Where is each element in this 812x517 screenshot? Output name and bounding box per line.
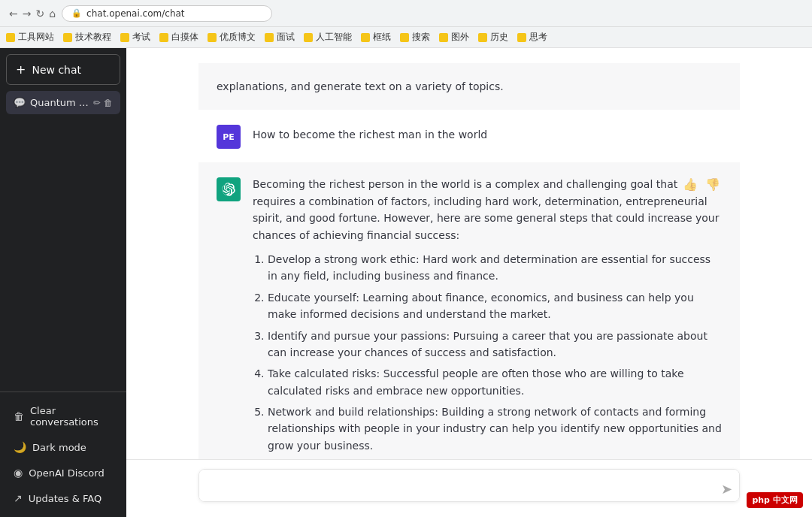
sidebar: + New chat 💬 Quantum Computing ✏ 🗑 🗑 Cle… xyxy=(0,48,126,517)
partial-ai-message: explanations, and generate text on a var… xyxy=(198,63,740,110)
bookmark-label: 思考 xyxy=(529,31,547,44)
partial-ai-text: explanations, and generate text on a var… xyxy=(217,80,504,92)
trash-icon: 🗑 xyxy=(14,410,24,422)
main-content: explanations, and generate text on a var… xyxy=(126,48,812,517)
list-item: Stay focused and disciplined: Success re… xyxy=(268,458,722,459)
dark-mode-button[interactable]: 🌙 Dark mode xyxy=(6,434,120,460)
ai-message: Becoming the richest person in the world… xyxy=(198,162,740,459)
app-container: + New chat 💬 Quantum Computing ✏ 🗑 🗑 Cle… xyxy=(0,48,812,517)
bookmark-outside[interactable]: 图外 xyxy=(439,31,469,44)
ai-steps-list: Develop a strong work ethic: Hard work a… xyxy=(268,251,722,459)
list-item: Network and build relationships: Buildin… xyxy=(268,404,722,454)
ai-message-content: Becoming the richest person in the world… xyxy=(253,176,722,459)
ai-avatar xyxy=(217,177,241,201)
bookmark-label: 优质博文 xyxy=(220,31,256,44)
php-secondary: 中文网 xyxy=(773,494,798,506)
bookmark-think[interactable]: 思考 xyxy=(517,31,547,44)
list-item: Identify and pursue your passions: Pursu… xyxy=(268,328,722,361)
input-container: ➤ xyxy=(198,469,740,505)
forward-icon[interactable]: → xyxy=(23,8,32,20)
user-message: PE How to become the richest man in the … xyxy=(198,110,740,162)
address-bar[interactable]: 🔒 chat.openai.com/chat xyxy=(62,5,272,22)
bookmark-label: 白摸体 xyxy=(171,31,198,44)
bookmark-label: 历史 xyxy=(490,31,508,44)
bookmark-label: 人工智能 xyxy=(316,31,352,44)
send-button[interactable]: ➤ xyxy=(721,481,732,497)
lock-icon: 🔒 xyxy=(71,8,82,18)
bookmark-label: 考试 xyxy=(132,31,150,44)
bookmark-toolsite[interactable]: 工具网站 xyxy=(6,31,54,44)
chat-input[interactable] xyxy=(198,469,740,502)
sidebar-item-quantum-computing[interactable]: 💬 Quantum Computing ✏ 🗑 xyxy=(6,91,120,114)
bookmark-kuangzhi[interactable]: 框纸 xyxy=(361,31,391,44)
bookmark-exam[interactable]: 考试 xyxy=(120,31,150,44)
bookmark-label: 搜索 xyxy=(412,31,430,44)
home-icon[interactable]: ⌂ xyxy=(49,8,56,20)
delete-icon[interactable]: 🗑 xyxy=(104,98,113,108)
bookmark-interview[interactable]: 面试 xyxy=(265,31,295,44)
bookmark-search[interactable]: 搜索 xyxy=(400,31,430,44)
ai-intro-text: Becoming the richest person in the world… xyxy=(253,176,722,243)
external-link-icon: ↗ xyxy=(14,492,23,504)
php-badge: php 中文网 xyxy=(747,492,803,508)
php-text: php xyxy=(752,495,770,505)
dark-mode-label: Dark mode xyxy=(32,442,86,453)
bookmark-history[interactable]: 历史 xyxy=(478,31,508,44)
bookmark-label: 技术教程 xyxy=(75,31,111,44)
updates-faq-button[interactable]: ↗ Updates & FAQ xyxy=(6,485,120,511)
messages-inner: explanations, and generate text on a var… xyxy=(198,48,740,459)
avatar-initials: PE xyxy=(223,132,235,142)
list-item: Develop a strong work ethic: Hard work a… xyxy=(268,251,722,285)
input-area: ➤ xyxy=(126,459,812,517)
browser-nav-buttons[interactable]: ← → ↻ ⌂ xyxy=(9,8,56,20)
chat-messages: explanations, and generate text on a var… xyxy=(126,48,812,459)
updates-faq-label: Updates & FAQ xyxy=(29,493,102,504)
clear-conversations-button[interactable]: 🗑 Clear conversations xyxy=(6,398,120,434)
url-text: chat.openai.com/chat xyxy=(86,8,184,19)
user-avatar: PE xyxy=(217,125,241,149)
bookmark-label: 工具网站 xyxy=(18,31,54,44)
list-item: Take calculated risks: Successful people… xyxy=(268,365,722,399)
discord-icon: ◉ xyxy=(14,467,23,479)
list-item: Educate yourself: Learning about finance… xyxy=(268,289,722,323)
sidebar-bottom: 🗑 Clear conversations 🌙 Dark mode ◉ Open… xyxy=(0,392,126,517)
bookmark-baimo[interactable]: 白摸体 xyxy=(159,31,198,44)
thumbs-up-button[interactable]: 👍 xyxy=(681,176,699,193)
user-message-text: How to become the richest man in the wor… xyxy=(253,123,487,143)
plus-icon: + xyxy=(16,62,26,77)
chat-item-label: Quantum Computing xyxy=(30,97,89,108)
discord-button[interactable]: ◉ OpenAI Discord xyxy=(6,460,120,485)
bookmark-blog[interactable]: 优质博文 xyxy=(208,31,256,44)
clear-conversations-label: Clear conversations xyxy=(30,405,113,428)
discord-label: OpenAI Discord xyxy=(29,467,104,479)
bookmark-label: 框纸 xyxy=(373,31,391,44)
bookmark-tutorial[interactable]: 技术教程 xyxy=(63,31,111,44)
bookmark-label: 面试 xyxy=(277,31,295,44)
bookmark-label: 图外 xyxy=(451,31,469,44)
back-icon[interactable]: ← xyxy=(9,8,18,20)
edit-icon[interactable]: ✏ xyxy=(93,98,101,108)
new-chat-button[interactable]: + New chat xyxy=(6,54,120,85)
moon-icon: 🌙 xyxy=(14,441,26,453)
new-chat-label: New chat xyxy=(32,64,81,76)
bookmarks-bar: 工具网站 技术教程 考试 白摸体 优质博文 面试 人工智能 框纸 搜索 图外 历… xyxy=(0,27,812,48)
chat-item-actions: ✏ 🗑 xyxy=(93,98,113,108)
ai-message-actions: 👍 👎 xyxy=(681,176,722,193)
refresh-icon[interactable]: ↻ xyxy=(35,8,44,20)
bookmark-ai[interactable]: 人工智能 xyxy=(304,31,352,44)
sidebar-top: + New chat 💬 Quantum Computing ✏ 🗑 xyxy=(0,48,126,392)
thumbs-down-button[interactable]: 👎 xyxy=(704,176,722,193)
chat-icon: 💬 xyxy=(14,97,26,108)
browser-bar: ← → ↻ ⌂ 🔒 chat.openai.com/chat xyxy=(0,0,812,27)
